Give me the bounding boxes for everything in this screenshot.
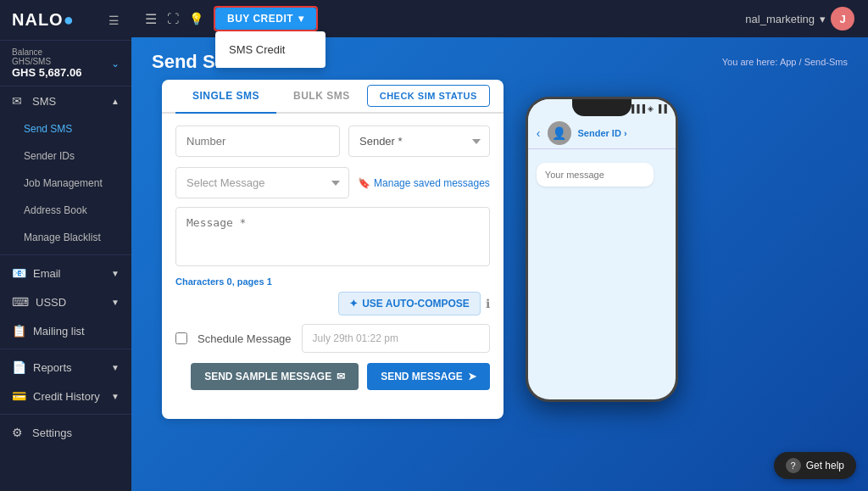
lightbulb-icon[interactable]: 💡 — [189, 12, 203, 25]
menu-icon[interactable]: ☰ — [145, 11, 157, 27]
send-sms-label: Send SMS — [24, 123, 72, 135]
sidebar-sms-label: SMS — [32, 95, 56, 108]
user-dropdown-arrow-icon: ▾ — [820, 13, 826, 25]
sender-select[interactable]: Sender * — [348, 126, 490, 157]
balance-chevron-icon[interactable]: ⌄ — [111, 58, 120, 70]
tab-single-sms[interactable]: SINGLE SMS — [175, 80, 276, 114]
user-name: nal_marketing — [745, 13, 815, 25]
credit-history-icon: 💳 — [12, 389, 26, 403]
info-icon[interactable]: ℹ — [486, 297, 490, 310]
sender-ids-label: Sender IDs — [24, 150, 75, 162]
tab-bulk-sms[interactable]: BULK SMS — [276, 80, 367, 114]
schedule-date-input[interactable] — [302, 324, 490, 353]
select-message-wrap: Select Message — [175, 167, 349, 198]
topbar-right: nal_marketing ▾ J — [745, 7, 854, 31]
char-count: Characters 0, pages 1 — [175, 276, 490, 287]
phone-mockup: ▐▐▐ ◈ ▐▐ ‹ 👤 Sender ID › — [517, 97, 687, 427]
get-help-label: Get help — [806, 460, 844, 471]
check-sim-button[interactable]: CHECK SIM STATUS — [367, 85, 490, 107]
email-icon: 📧 — [12, 266, 26, 280]
manage-messages-link[interactable]: 🔖 Manage saved messages — [358, 177, 490, 189]
sidebar-item-credit-history[interactable]: 💳 Credit History ▼ — [0, 382, 131, 410]
app-logo: NALO● — [12, 10, 75, 30]
content-flex: SINGLE SMS BULK SMS CHECK SIM STATUS Sen… — [131, 80, 868, 419]
main-content: ☰ ⛶ 💡 BUY CREDIT ▾ SMS Credit nal_market… — [131, 0, 868, 491]
sidebar-item-reports[interactable]: 📄 Reports ▼ — [0, 353, 131, 382]
sidebar-item-email[interactable]: 📧 Email ▼ — [0, 259, 131, 287]
sidebar-item-sender-ids[interactable]: Sender IDs — [0, 142, 131, 170]
compose-icon: ✦ — [349, 298, 358, 310]
schedule-checkbox[interactable] — [175, 332, 187, 344]
signal-icon: ▐▐▐ — [629, 104, 645, 113]
sidebar-item-job-management[interactable]: Job Management — [0, 170, 131, 197]
sidebar-item-ussd[interactable]: ⌨ USSD ▼ — [0, 287, 131, 316]
balance-section: Balance GHS/SMS GHS 5,687.06 ⌄ — [0, 41, 131, 86]
sms-credit-option[interactable]: SMS Credit — [215, 36, 326, 63]
sidebar-item-settings[interactable]: ⚙ Settings — [0, 418, 131, 447]
email-arrow-icon: ▼ — [111, 269, 120, 278]
balance-sub: GHS/SMS — [12, 57, 81, 66]
wifi-icon: ◈ — [648, 104, 654, 113]
get-help-button[interactable]: ? Get help — [774, 452, 856, 479]
sidebar-item-send-sms[interactable]: Send SMS — [0, 115, 131, 142]
number-sender-row: Sender * — [175, 126, 490, 157]
help-icon: ? — [786, 458, 801, 473]
sidebar: NALO● ☰ Balance GHS/SMS GHS 5,687.06 ⌄ ✉… — [0, 0, 131, 491]
address-book-label: Address Book — [24, 204, 87, 216]
form-body: Sender * Select Message 🔖 Manage saved m… — [162, 114, 504, 390]
send-sample-button[interactable]: SEND SAMPLE MESSAGE ✉ — [191, 363, 359, 390]
auto-compose-button[interactable]: ✦ USE AUTO-COMPOSE — [338, 292, 481, 315]
dropdown-arrow-icon: ▾ — [298, 13, 304, 25]
mailing-list-icon: 📋 — [12, 324, 26, 338]
buy-credit-button[interactable]: BUY CREDIT ▾ — [215, 8, 316, 30]
buy-credit-dropdown: SMS Credit — [215, 31, 326, 68]
number-input[interactable] — [175, 126, 340, 157]
message-textarea-row — [175, 207, 490, 266]
settings-icon: ⚙ — [12, 426, 25, 439]
select-message-dropdown[interactable]: Select Message — [175, 167, 349, 198]
user-avatar: J — [831, 7, 854, 31]
expand-icon[interactable]: ⛶ — [167, 12, 179, 25]
sidebar-item-mailing-list[interactable]: 📋 Mailing list — [0, 316, 131, 345]
phone-avatar: 👤 — [548, 121, 571, 145]
mailing-list-label: Mailing list — [33, 325, 85, 338]
balance-amount: GHS 5,687.06 — [12, 66, 81, 79]
buy-credit-wrapper: BUY CREDIT ▾ SMS Credit — [214, 6, 318, 31]
hamburger-icon[interactable]: ☰ — [108, 14, 120, 27]
ussd-label: USSD — [36, 296, 66, 309]
form-card: SINGLE SMS BULK SMS CHECK SIM STATUS Sen… — [162, 80, 504, 419]
reports-icon: 📄 — [12, 360, 26, 374]
phone-notch — [572, 99, 632, 116]
sidebar-logo-area: NALO● ☰ — [0, 0, 131, 41]
phone-back-icon: ‹ — [537, 126, 541, 140]
phone-message-bubble: Your message — [537, 163, 654, 187]
email-send-icon: ✉ — [337, 371, 345, 382]
user-menu[interactable]: nal_marketing ▾ J — [745, 7, 854, 31]
sms-arrow-icon: ▲ — [111, 97, 120, 106]
credit-history-arrow-icon: ▼ — [111, 392, 120, 401]
ussd-icon: ⌨ — [12, 295, 29, 309]
select-message-row: Select Message 🔖 Manage saved messages — [175, 167, 490, 198]
email-label: Email — [33, 267, 61, 280]
sidebar-item-sms[interactable]: ✉ SMS ▲ — [0, 86, 131, 115]
schedule-row: Schedule Message — [175, 324, 490, 353]
topbar-left: ☰ ⛶ 💡 BUY CREDIT ▾ SMS Credit — [145, 6, 318, 31]
ussd-arrow-icon: ▼ — [111, 298, 120, 307]
buy-credit-label: BUY CREDIT — [227, 13, 293, 25]
credit-history-label: Credit History — [33, 390, 100, 403]
manage-blacklist-label: Manage Blacklist — [24, 232, 101, 243]
send-message-button[interactable]: SEND MESSAGE ➤ — [367, 363, 490, 390]
auto-compose-row: ✦ USE AUTO-COMPOSE ℹ — [175, 292, 490, 315]
bookmark-icon: 🔖 — [358, 177, 370, 189]
balance-label: Balance — [12, 47, 81, 57]
settings-label: Settings — [32, 427, 72, 439]
battery-icon: ▐▐ — [656, 104, 667, 113]
phone-outer: ▐▐▐ ◈ ▐▐ ‹ 👤 Sender ID › — [526, 97, 678, 402]
phone-chat-header: ‹ 👤 Sender ID › — [528, 118, 676, 149]
message-textarea[interactable] — [175, 207, 490, 266]
tab-bar: SINGLE SMS BULK SMS CHECK SIM STATUS — [162, 80, 504, 114]
person-icon: 👤 — [552, 126, 566, 140]
sidebar-item-manage-blacklist[interactable]: Manage Blacklist — [0, 224, 131, 251]
reports-label: Reports — [33, 361, 72, 374]
sidebar-item-address-book[interactable]: Address Book — [0, 197, 131, 224]
